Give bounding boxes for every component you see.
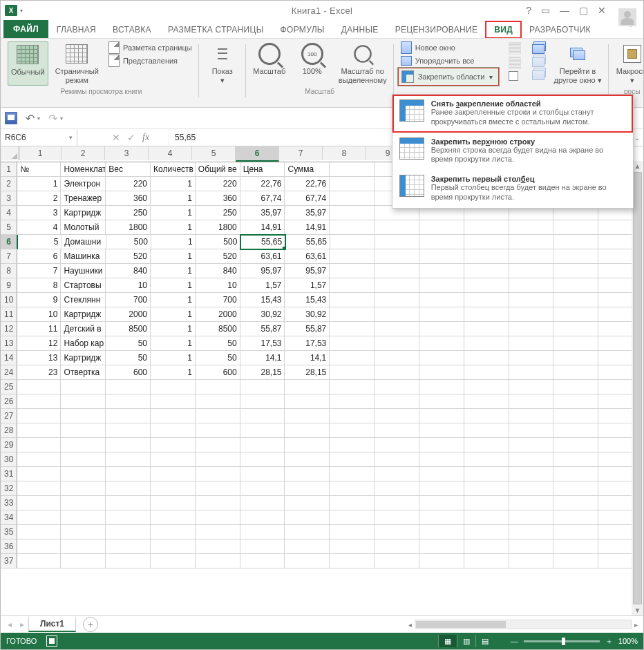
tab-developer[interactable]: РАЗРАБОТЧИК — [521, 21, 599, 38]
switch-window-button[interactable]: Перейти в другое окно ▾ — [551, 41, 605, 86]
cell[interactable] — [61, 380, 106, 394]
cell[interactable]: 55,87 — [285, 322, 330, 336]
cell[interactable]: Сумма — [285, 162, 330, 177]
cell[interactable] — [151, 510, 196, 525]
cell[interactable] — [419, 235, 464, 249]
cell[interactable] — [61, 394, 106, 409]
cell[interactable] — [553, 394, 598, 409]
cell[interactable] — [151, 481, 196, 496]
cell[interactable] — [285, 510, 330, 525]
cell[interactable] — [464, 423, 509, 438]
cell[interactable] — [330, 249, 375, 264]
cell[interactable]: 10 — [196, 278, 240, 293]
cell[interactable] — [509, 539, 554, 554]
tab-review[interactable]: РЕЦЕНЗИРОВАНИЕ — [387, 21, 486, 38]
cell[interactable] — [375, 336, 419, 351]
cell[interactable]: 63,61 — [285, 249, 330, 264]
cell[interactable]: 35,97 — [285, 206, 330, 220]
select-all-corner[interactable] — [1, 146, 19, 160]
cell[interactable] — [285, 452, 330, 467]
cell[interactable] — [196, 452, 240, 467]
cell[interactable]: 95,97 — [240, 264, 285, 278]
cell[interactable] — [464, 307, 509, 322]
cell[interactable]: 55,65 — [240, 235, 285, 249]
cell[interactable] — [419, 220, 464, 235]
cell[interactable] — [419, 467, 464, 481]
cell[interactable] — [196, 496, 240, 510]
cell[interactable] — [285, 554, 330, 568]
cell[interactable] — [17, 525, 61, 539]
cell[interactable] — [464, 394, 509, 409]
cell[interactable]: Цена — [240, 162, 285, 177]
cell[interactable] — [17, 394, 61, 409]
cell[interactable] — [106, 481, 151, 496]
split-button[interactable] — [506, 41, 524, 55]
cell[interactable]: Картридж — [61, 351, 106, 365]
cell[interactable] — [553, 539, 598, 554]
tab-home[interactable]: ГЛАВНАЯ — [48, 21, 104, 38]
cell[interactable] — [464, 467, 509, 481]
cell[interactable]: Набор кар — [61, 336, 106, 351]
cell[interactable]: 1800 — [196, 220, 240, 235]
cell[interactable] — [17, 409, 61, 423]
reset-window-button[interactable] — [531, 68, 547, 80]
tab-view[interactable]: ВИД — [486, 21, 521, 38]
column-header[interactable]: 2 — [61, 146, 105, 160]
cell[interactable]: 600 — [196, 365, 240, 380]
cell[interactable] — [464, 539, 509, 554]
cell[interactable] — [61, 467, 106, 481]
cell[interactable] — [151, 467, 196, 481]
unfreeze-panes-item[interactable]: Снять закрепление областей Ранее закрепл… — [392, 95, 633, 133]
name-box[interactable]: R6C6 ▾ — [1, 129, 77, 146]
cell[interactable] — [464, 510, 509, 525]
cell[interactable] — [196, 539, 240, 554]
tab-nav-prev[interactable]: ◂ — [3, 620, 16, 629]
cell[interactable]: 520 — [196, 249, 240, 264]
vertical-scrollbar[interactable]: ▲ ▼ — [632, 161, 643, 615]
cell[interactable]: Электрон — [61, 177, 106, 191]
zoom-percent[interactable]: 100% — [618, 637, 638, 645]
cell[interactable]: 8500 — [196, 322, 240, 336]
cell[interactable] — [464, 380, 509, 394]
cell[interactable]: 22,76 — [240, 177, 285, 191]
cell[interactable] — [285, 380, 330, 394]
cell[interactable]: 50 — [196, 336, 240, 351]
cell[interactable] — [419, 539, 464, 554]
cell[interactable] — [553, 336, 598, 351]
cell[interactable]: 1 — [151, 336, 196, 351]
cell[interactable] — [17, 438, 61, 452]
freeze-panes-button[interactable]: Закрепить области ▾ — [398, 68, 499, 86]
cell[interactable] — [464, 278, 509, 293]
cell[interactable] — [196, 525, 240, 539]
cell[interactable] — [419, 351, 464, 365]
cell[interactable] — [196, 423, 240, 438]
cell[interactable]: 700 — [106, 293, 151, 307]
cell[interactable] — [196, 380, 240, 394]
tab-page-layout[interactable]: РАЗМЕТКА СТРАНИЦЫ — [160, 21, 272, 38]
cell[interactable] — [419, 336, 464, 351]
cell[interactable] — [285, 525, 330, 539]
cell[interactable] — [17, 539, 61, 554]
cell[interactable]: 8 — [17, 278, 61, 293]
cell[interactable] — [106, 452, 151, 467]
cell[interactable] — [285, 539, 330, 554]
cell[interactable] — [375, 481, 419, 496]
cell[interactable] — [509, 220, 554, 235]
cell[interactable] — [240, 409, 285, 423]
cell[interactable] — [330, 351, 375, 365]
cell[interactable] — [419, 365, 464, 380]
cell[interactable]: 1 — [151, 307, 196, 322]
cell[interactable]: 11 — [17, 322, 61, 336]
cell[interactable] — [553, 438, 598, 452]
cell[interactable] — [375, 307, 419, 322]
add-sheet-button[interactable]: + — [83, 617, 98, 632]
cell[interactable] — [330, 510, 375, 525]
zoom-in-button[interactable]: ＋ — [605, 636, 613, 647]
cell[interactable] — [151, 554, 196, 568]
cell[interactable]: 1 — [151, 351, 196, 365]
cell[interactable] — [240, 510, 285, 525]
cell[interactable] — [240, 452, 285, 467]
cell[interactable]: 500 — [106, 235, 151, 249]
cell[interactable] — [106, 539, 151, 554]
cell[interactable] — [151, 452, 196, 467]
